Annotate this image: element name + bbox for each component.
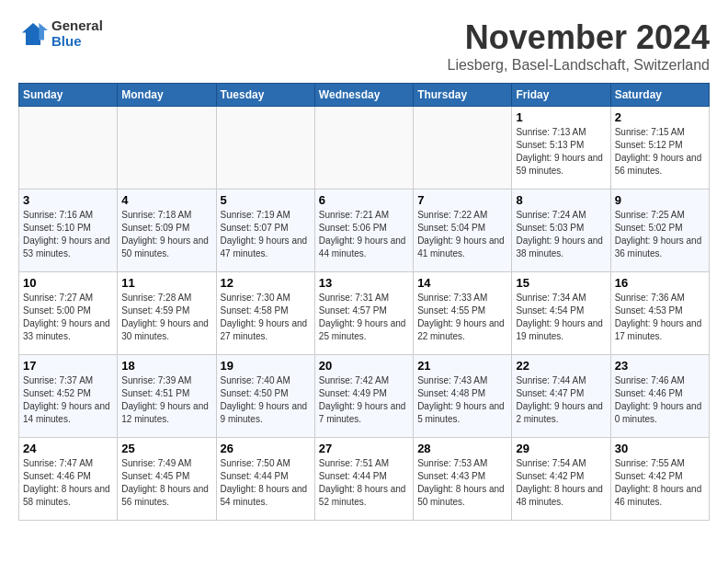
calendar-cell: 2Sunrise: 7:15 AM Sunset: 5:12 PM Daylig… (610, 107, 709, 190)
day-number: 8 (516, 193, 606, 207)
calendar: SundayMondayTuesdayWednesdayThursdayFrid… (18, 83, 710, 521)
day-info: Sunrise: 7:54 AM Sunset: 4:42 PM Dayligh… (516, 457, 606, 509)
day-info: Sunrise: 7:22 AM Sunset: 5:04 PM Dayligh… (417, 209, 507, 260)
calendar-body: 1Sunrise: 7:13 AM Sunset: 5:13 PM Daylig… (19, 107, 710, 521)
calendar-cell: 8Sunrise: 7:24 AM Sunset: 5:03 PM Daylig… (512, 190, 610, 272)
calendar-cell: 11Sunrise: 7:28 AM Sunset: 4:59 PM Dayli… (118, 272, 216, 355)
day-info: Sunrise: 7:25 AM Sunset: 5:02 PM Dayligh… (615, 209, 705, 260)
day-number: 5 (221, 193, 311, 207)
header: General Blue November 2024 Liesberg, Bas… (18, 18, 710, 74)
day-number: 19 (221, 359, 311, 373)
calendar-cell (314, 107, 413, 190)
day-number: 9 (615, 193, 705, 207)
day-info: Sunrise: 7:51 AM Sunset: 4:44 PM Dayligh… (319, 457, 409, 509)
calendar-cell: 9Sunrise: 7:25 AM Sunset: 5:02 PM Daylig… (610, 190, 709, 272)
day-info: Sunrise: 7:37 AM Sunset: 4:52 PM Dayligh… (23, 374, 113, 426)
logo-blue-text: Blue (51, 34, 103, 50)
calendar-cell: 4Sunrise: 7:18 AM Sunset: 5:09 PM Daylig… (118, 190, 216, 272)
calendar-week-row: 10Sunrise: 7:27 AM Sunset: 5:00 PM Dayli… (19, 272, 710, 355)
calendar-week-row: 1Sunrise: 7:13 AM Sunset: 5:13 PM Daylig… (19, 107, 710, 190)
day-info: Sunrise: 7:27 AM Sunset: 5:00 PM Dayligh… (23, 292, 113, 343)
day-of-week-header: Saturday (610, 84, 709, 107)
calendar-cell: 14Sunrise: 7:33 AM Sunset: 4:55 PM Dayli… (414, 272, 512, 355)
calendar-header: SundayMondayTuesdayWednesdayThursdayFrid… (19, 84, 710, 107)
day-info: Sunrise: 7:30 AM Sunset: 4:58 PM Dayligh… (221, 292, 311, 343)
calendar-cell (118, 107, 216, 190)
day-info: Sunrise: 7:33 AM Sunset: 4:55 PM Dayligh… (417, 292, 507, 343)
logo-icon (18, 19, 48, 49)
calendar-cell: 23Sunrise: 7:46 AM Sunset: 4:46 PM Dayli… (610, 355, 709, 438)
day-of-week-header: Tuesday (216, 84, 314, 107)
month-title: November 2024 (448, 18, 711, 57)
day-number: 30 (615, 442, 705, 455)
calendar-cell: 6Sunrise: 7:21 AM Sunset: 5:06 PM Daylig… (314, 190, 413, 272)
day-info: Sunrise: 7:50 AM Sunset: 4:44 PM Dayligh… (221, 457, 311, 509)
day-number: 15 (516, 276, 606, 290)
calendar-cell: 12Sunrise: 7:30 AM Sunset: 4:58 PM Dayli… (216, 272, 314, 355)
calendar-cell: 24Sunrise: 7:47 AM Sunset: 4:46 PM Dayli… (19, 438, 118, 521)
days-of-week-row: SundayMondayTuesdayWednesdayThursdayFrid… (19, 84, 710, 107)
calendar-cell: 26Sunrise: 7:50 AM Sunset: 4:44 PM Dayli… (216, 438, 314, 521)
calendar-cell (414, 107, 512, 190)
day-number: 1 (516, 110, 606, 124)
day-number: 20 (319, 359, 409, 373)
calendar-week-row: 17Sunrise: 7:37 AM Sunset: 4:52 PM Dayli… (19, 355, 710, 438)
calendar-cell: 19Sunrise: 7:40 AM Sunset: 4:50 PM Dayli… (216, 355, 314, 438)
day-number: 28 (417, 442, 507, 455)
calendar-cell: 1Sunrise: 7:13 AM Sunset: 5:13 PM Daylig… (512, 107, 610, 190)
day-number: 2 (615, 110, 705, 124)
calendar-cell: 21Sunrise: 7:43 AM Sunset: 4:48 PM Dayli… (414, 355, 512, 438)
day-number: 7 (417, 193, 507, 207)
day-number: 21 (417, 359, 507, 373)
day-number: 17 (23, 359, 113, 373)
calendar-cell: 7Sunrise: 7:22 AM Sunset: 5:04 PM Daylig… (414, 190, 512, 272)
calendar-week-row: 24Sunrise: 7:47 AM Sunset: 4:46 PM Dayli… (19, 438, 710, 521)
day-info: Sunrise: 7:43 AM Sunset: 4:48 PM Dayligh… (417, 374, 507, 426)
day-of-week-header: Sunday (19, 84, 118, 107)
day-number: 18 (121, 359, 211, 373)
day-number: 24 (23, 442, 113, 455)
day-of-week-header: Friday (512, 84, 610, 107)
day-info: Sunrise: 7:21 AM Sunset: 5:06 PM Dayligh… (319, 209, 409, 260)
day-info: Sunrise: 7:34 AM Sunset: 4:54 PM Dayligh… (516, 292, 606, 343)
day-info: Sunrise: 7:31 AM Sunset: 4:57 PM Dayligh… (319, 292, 409, 343)
calendar-cell: 27Sunrise: 7:51 AM Sunset: 4:44 PM Dayli… (314, 438, 413, 521)
logo-general-text: General (51, 18, 103, 34)
calendar-cell: 28Sunrise: 7:53 AM Sunset: 4:43 PM Dayli… (414, 438, 512, 521)
location-title: Liesberg, Basel-Landschaft, Switzerland (448, 57, 711, 74)
day-of-week-header: Thursday (414, 84, 512, 107)
day-info: Sunrise: 7:42 AM Sunset: 4:49 PM Dayligh… (319, 374, 409, 426)
calendar-cell: 5Sunrise: 7:19 AM Sunset: 5:07 PM Daylig… (216, 190, 314, 272)
day-info: Sunrise: 7:44 AM Sunset: 4:47 PM Dayligh… (516, 374, 606, 426)
day-number: 10 (23, 276, 113, 290)
calendar-cell (19, 107, 118, 190)
calendar-cell: 13Sunrise: 7:31 AM Sunset: 4:57 PM Dayli… (314, 272, 413, 355)
day-number: 4 (121, 193, 211, 207)
svg-marker-1 (39, 23, 48, 40)
day-info: Sunrise: 7:55 AM Sunset: 4:42 PM Dayligh… (615, 457, 705, 509)
calendar-cell: 29Sunrise: 7:54 AM Sunset: 4:42 PM Dayli… (512, 438, 610, 521)
day-number: 25 (121, 442, 211, 455)
day-info: Sunrise: 7:13 AM Sunset: 5:13 PM Dayligh… (516, 126, 606, 178)
day-number: 14 (417, 276, 507, 290)
day-info: Sunrise: 7:47 AM Sunset: 4:46 PM Dayligh… (23, 457, 113, 509)
day-info: Sunrise: 7:15 AM Sunset: 5:12 PM Dayligh… (615, 126, 705, 178)
day-of-week-header: Wednesday (314, 84, 413, 107)
day-info: Sunrise: 7:40 AM Sunset: 4:50 PM Dayligh… (221, 374, 311, 426)
day-info: Sunrise: 7:24 AM Sunset: 5:03 PM Dayligh… (516, 209, 606, 260)
calendar-cell: 10Sunrise: 7:27 AM Sunset: 5:00 PM Dayli… (19, 272, 118, 355)
calendar-cell: 25Sunrise: 7:49 AM Sunset: 4:45 PM Dayli… (118, 438, 216, 521)
calendar-cell: 18Sunrise: 7:39 AM Sunset: 4:51 PM Dayli… (118, 355, 216, 438)
calendar-cell: 3Sunrise: 7:16 AM Sunset: 5:10 PM Daylig… (19, 190, 118, 272)
day-number: 6 (319, 193, 409, 207)
day-number: 3 (23, 193, 113, 207)
day-info: Sunrise: 7:39 AM Sunset: 4:51 PM Dayligh… (121, 374, 211, 426)
day-number: 16 (615, 276, 705, 290)
day-info: Sunrise: 7:36 AM Sunset: 4:53 PM Dayligh… (615, 292, 705, 343)
day-info: Sunrise: 7:28 AM Sunset: 4:59 PM Dayligh… (121, 292, 211, 343)
calendar-week-row: 3Sunrise: 7:16 AM Sunset: 5:10 PM Daylig… (19, 190, 710, 272)
logo: General Blue (18, 18, 103, 49)
day-info: Sunrise: 7:53 AM Sunset: 4:43 PM Dayligh… (417, 457, 507, 509)
day-info: Sunrise: 7:16 AM Sunset: 5:10 PM Dayligh… (23, 209, 113, 260)
day-info: Sunrise: 7:46 AM Sunset: 4:46 PM Dayligh… (615, 374, 705, 426)
